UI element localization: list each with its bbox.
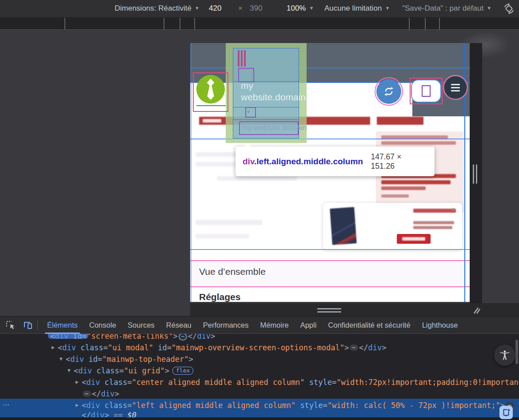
chevron-down-icon: ▼ — [487, 5, 491, 11]
book-cover-image — [330, 207, 357, 245]
mainwp-logo[interactable] — [196, 75, 226, 104]
devtools-tab-m-moire[interactable]: Mémoire — [254, 316, 294, 334]
rotate-viewport-button[interactable] — [503, 3, 515, 17]
expand-arrow-icon[interactable]: ▶ — [76, 400, 79, 411]
overlay-guide-line — [191, 43, 192, 302]
viewport-height-resize-handle[interactable] — [317, 308, 341, 309]
viewport-width-resize-handle[interactable] — [473, 164, 474, 184]
mobile-menu-icon — [241, 50, 243, 67]
viewport-corner-resize-handle[interactable] — [471, 305, 481, 315]
devtools-tab-confidentialit-et-s-curit-[interactable]: Confidentialité et sécurité — [322, 316, 416, 334]
devtools-tabs: ÉlémentsConsoleSourcesRéseauPerformances… — [41, 316, 463, 334]
chevron-down-icon: ▼ — [385, 5, 390, 11]
dimensions-select[interactable]: Dimensions: Réactivité▼ — [115, 4, 200, 13]
site-url-link[interactable]: my-website.domain — [242, 123, 307, 132]
page-red-bar-right — [377, 117, 423, 125]
sync-sites-button[interactable] — [376, 79, 401, 104]
devtools-tab--l-ments[interactable]: Éléments — [41, 316, 84, 334]
mobile-menu-icon — [244, 50, 246, 67]
emulated-viewport[interactable]: × Vue d’ensemble Réglages →] my website.… — [190, 43, 470, 302]
media-query-divider — [180, 18, 180, 30]
section-title-overview[interactable]: Vue d’ensemble — [199, 266, 266, 277]
viewport-bottom-band — [190, 303, 519, 316]
promo-card: × — [323, 203, 462, 250]
devtools-tab-console[interactable]: Console — [84, 316, 122, 334]
inspect-cursor-icon — [5, 320, 16, 330]
tooltip-selector: div.left.aligned.middle.column — [236, 151, 371, 171]
download-guide-button[interactable] — [397, 234, 431, 244]
zoom-select[interactable]: 100%▼ — [287, 4, 314, 13]
viewport-height-resize-handle[interactable] — [317, 311, 341, 313]
chevron-down-icon: ▼ — [309, 5, 314, 11]
pink-grid-line — [190, 286, 470, 287]
ai-spark-icon — [501, 408, 511, 417]
refresh-icon — [383, 86, 395, 97]
section-title-settings[interactable]: Réglages — [199, 292, 240, 302]
blurred-row — [196, 234, 249, 238]
collapse-arrow-icon[interactable]: ▼ — [68, 365, 71, 376]
panel-bottom-strip — [0, 417, 519, 420]
blurred-row — [196, 220, 262, 225]
blurred-row — [217, 176, 297, 181]
site-title-line2: website.domain — [241, 92, 306, 103]
elements-tree-panel[interactable]: <div id="screen-meta-links">⋯</div>▶<div… — [0, 334, 519, 420]
toggle-device-toolbar-button[interactable] — [20, 318, 36, 332]
media-query-divider — [409, 18, 410, 30]
expand-ellipsis-button[interactable]: ⋯ — [350, 345, 358, 351]
devtools-tab-r-seau[interactable]: Réseau — [160, 316, 197, 334]
device-toolbar-icon — [23, 320, 33, 330]
devtools-tabbar: ÉlémentsConsoleSourcesRéseauPerformances… — [0, 316, 519, 334]
gutter-more-icon[interactable]: ⋯ — [3, 401, 10, 409]
teal-grid-line — [190, 249, 470, 250]
media-query-divider — [64, 18, 65, 30]
tooltip-caret — [244, 143, 252, 147]
site-title-line1: my — [241, 80, 253, 91]
dimensions-times-icon: × — [238, 4, 243, 13]
expand-ellipsis-button[interactable]: ⋯ — [179, 334, 187, 341]
mobile-menu-icon — [238, 50, 240, 67]
device-toolbar: Dimensions: Réactivité▼ 420 × 390 100%▼ … — [0, 0, 519, 18]
devtools-tab-performances[interactable]: Performances — [197, 316, 255, 334]
viewport-width-input[interactable]: 420 — [209, 4, 221, 13]
save-data-select[interactable]: "Save-Data" : par défaut▼ — [402, 4, 491, 13]
viewport-height-input[interactable]: 390 — [250, 4, 262, 13]
hamburger-icon — [451, 84, 460, 85]
screen-options-icon — [422, 85, 431, 97]
accessibility-person-icon — [499, 349, 511, 361]
chevron-down-icon: ▼ — [195, 5, 200, 11]
hamburger-menu-button[interactable] — [444, 76, 467, 99]
accessibility-widget-button[interactable] — [494, 345, 515, 366]
devtools-tab-lighthouse[interactable]: Lighthouse — [416, 316, 464, 334]
tooltip-dimensions: 147.67 × 151.26 — [371, 152, 435, 171]
close-icon[interactable]: × — [451, 205, 455, 213]
screen-rotation-icon — [503, 3, 515, 15]
devtools-tab-sources[interactable]: Sources — [122, 316, 160, 334]
throttling-select[interactable]: Aucune limitation▼ — [324, 4, 390, 13]
screen-options-button[interactable] — [411, 79, 441, 103]
scrollbar-thumb[interactable] — [515, 340, 518, 364]
ai-assistance-button[interactable] — [499, 406, 513, 419]
expand-arrow-icon[interactable]: ▶ — [76, 376, 79, 388]
chevron-down-icon: ▾ — [247, 108, 250, 115]
inspect-tooltip: div.left.aligned.middle.column 147.67 × … — [236, 147, 435, 176]
tabbar-separator — [37, 320, 38, 330]
logo-underline — [196, 105, 226, 106]
viewport-width-resize-handle[interactable] — [476, 164, 477, 184]
devtools-tab-appli[interactable]: Appli — [295, 316, 323, 334]
expand-ellipsis-button[interactable]: ⋯ — [83, 391, 91, 397]
collapse-arrow-icon[interactable]: ▼ — [60, 353, 63, 365]
signin-icon: →] — [241, 69, 253, 79]
media-query-divider — [164, 18, 164, 30]
expand-arrow-icon[interactable]: ▶ — [52, 342, 55, 353]
inspect-element-button[interactable] — [3, 318, 18, 332]
media-query-divider — [194, 18, 195, 30]
